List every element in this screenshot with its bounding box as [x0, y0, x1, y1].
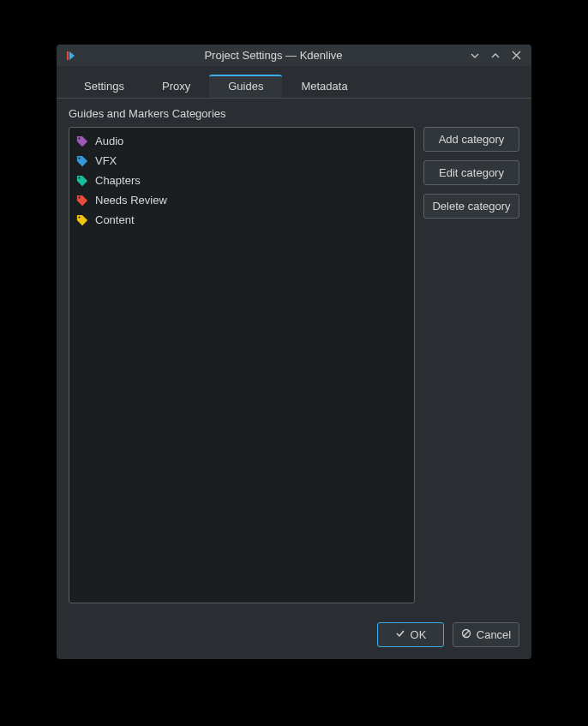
delete-category-button[interactable]: Delete category [423, 194, 519, 219]
titlebar-buttons [468, 49, 523, 63]
category-item[interactable]: Content [69, 210, 414, 230]
category-item[interactable]: Audio [69, 131, 414, 151]
tab-guides[interactable]: Guides [209, 75, 282, 98]
category-label: VFX [95, 154, 117, 167]
check-icon [395, 628, 405, 641]
svg-point-4 [78, 177, 80, 178]
cancel-button[interactable]: Cancel [453, 622, 519, 647]
ok-button[interactable]: OK [377, 622, 444, 647]
svg-point-6 [78, 216, 80, 218]
svg-point-3 [78, 157, 80, 159]
category-label: Needs Review [95, 194, 167, 207]
tag-icon [76, 195, 88, 207]
dialog-footer: OK Cancel [57, 612, 531, 659]
category-label: Audio [95, 135, 123, 147]
main-row: AudioVFXChaptersNeeds ReviewContent Add … [69, 127, 519, 603]
add-category-button[interactable]: Add category [423, 127, 519, 152]
tag-icon [76, 135, 88, 147]
cancel-icon [461, 628, 471, 641]
tag-icon [76, 214, 88, 226]
cancel-label: Cancel [477, 628, 511, 641]
titlebar: Project Settings — Kdenlive [57, 45, 531, 66]
category-label: Chapters [95, 174, 141, 187]
app-icon [65, 49, 79, 63]
tag-icon [76, 175, 88, 187]
edit-category-button[interactable]: Edit category [423, 160, 519, 185]
side-buttons: Add category Edit category Delete catego… [423, 127, 519, 603]
category-list[interactable]: AudioVFXChaptersNeeds ReviewContent [69, 127, 415, 603]
svg-rect-1 [67, 51, 69, 60]
ok-label: OK [411, 628, 427, 641]
tab-settings[interactable]: Settings [65, 75, 143, 98]
tab-metadata[interactable]: Metadata [282, 75, 366, 98]
window-title: Project Settings — Kdenlive [79, 49, 468, 62]
svg-point-5 [78, 196, 80, 198]
tab-content: Guides and Markers Categories AudioVFXCh… [57, 99, 531, 612]
tab-bar: Settings Proxy Guides Metadata [57, 66, 531, 99]
tag-icon [76, 155, 88, 167]
minimize-button[interactable] [468, 49, 482, 63]
svg-point-2 [78, 137, 80, 139]
category-item[interactable]: Chapters [69, 171, 414, 190]
category-item[interactable]: Needs Review [69, 190, 414, 210]
section-label: Guides and Markers Categories [69, 107, 519, 120]
dialog-window: Project Settings — Kdenlive Settings Pro… [57, 45, 531, 659]
category-item[interactable]: VFX [69, 151, 414, 171]
category-label: Content [95, 213, 135, 226]
close-button[interactable] [509, 49, 523, 63]
tab-proxy[interactable]: Proxy [143, 75, 209, 98]
svg-marker-0 [69, 51, 75, 60]
maximize-button[interactable] [489, 49, 502, 63]
svg-line-8 [464, 631, 469, 636]
